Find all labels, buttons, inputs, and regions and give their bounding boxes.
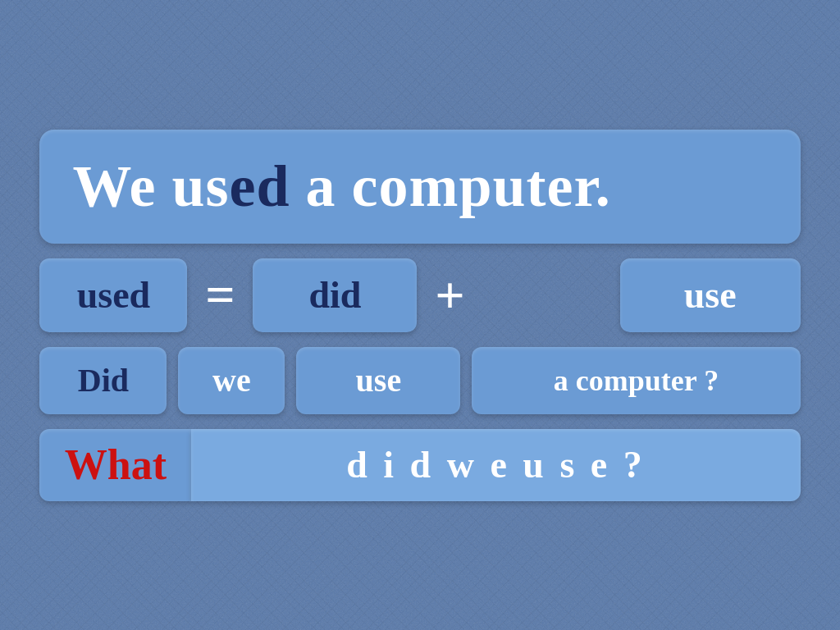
sentence-part2: a computer.	[290, 153, 610, 219]
card-we: we	[178, 347, 285, 414]
sentence-highlight: ed	[229, 153, 290, 219]
main-content: We used a computer. used = did + use Did…	[20, 130, 820, 501]
card-did: did	[253, 258, 417, 332]
card-what: What	[39, 429, 191, 501]
top-banner: We used a computer.	[39, 130, 800, 244]
card-use-right: use	[620, 258, 801, 332]
plus-operator: +	[417, 265, 482, 326]
question-row: Did we use a computer ?	[39, 347, 800, 414]
card-did2: Did	[39, 347, 167, 414]
card-use2: use	[296, 347, 460, 414]
main-sentence: We used a computer.	[72, 153, 767, 221]
sentence-part1: We us	[72, 153, 229, 219]
equals-operator: =	[187, 265, 253, 326]
what-row: What d i d w e u s e ?	[39, 429, 800, 501]
equation-row: used = did + use	[39, 258, 800, 332]
card-computer: a computer ?	[472, 347, 800, 414]
card-used: used	[39, 258, 187, 332]
card-question: d i d w e u s e ?	[191, 429, 800, 501]
